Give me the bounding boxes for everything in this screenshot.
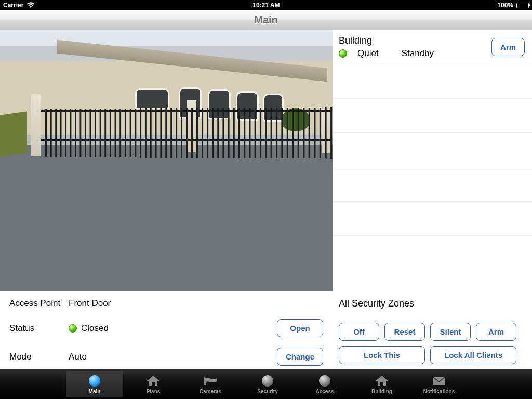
- zone-row-empty: [332, 133, 532, 167]
- wifi-icon: [26, 2, 35, 8]
- tab-bar: Main Plans Cameras Security Access Build…: [0, 369, 532, 399]
- status-label: Status: [9, 323, 65, 334]
- battery-icon: [516, 3, 529, 8]
- globe-icon: [87, 374, 102, 388]
- zone-mode: Standby: [402, 48, 434, 59]
- house-icon: [374, 374, 390, 388]
- tab-building[interactable]: Building: [353, 369, 410, 399]
- off-button[interactable]: Off: [339, 323, 379, 341]
- zone-row-empty: [332, 167, 532, 202]
- tab-security[interactable]: Security: [239, 369, 296, 399]
- tab-label: Main: [89, 389, 101, 394]
- zone-row-building[interactable]: Building Quiet Standby Arm: [332, 30, 532, 64]
- access-point-panel: Access Point Front Door Status Closed Op…: [9, 298, 323, 364]
- zone-status: Quiet: [357, 48, 379, 59]
- nav-title-bar: Main: [0, 10, 532, 30]
- tab-label: Notifications: [423, 389, 455, 394]
- all-zones-panel: All Security Zones Off Reset Silent Arm …: [339, 298, 523, 364]
- change-button[interactable]: Change: [277, 348, 323, 366]
- camera-feed[interactable]: [0, 30, 332, 291]
- zone-name: Building: [339, 35, 491, 46]
- battery-percent: 100%: [497, 2, 513, 9]
- tab-notifications[interactable]: Notifications: [410, 369, 468, 399]
- tab-label: Plans: [147, 389, 161, 394]
- status-dot-icon: [339, 49, 347, 58]
- dot-icon: [260, 374, 275, 388]
- zone-list: Building Quiet Standby Arm: [332, 30, 532, 291]
- open-button[interactable]: Open: [277, 319, 323, 337]
- tab-plans[interactable]: Plans: [125, 369, 182, 399]
- page-title: Main: [254, 14, 278, 26]
- zone-row-empty: [332, 236, 532, 270]
- mode-label: Mode: [9, 352, 65, 362]
- carrier-label: Carrier: [3, 2, 23, 9]
- all-zones-title: All Security Zones: [339, 298, 523, 309]
- lock-this-button[interactable]: Lock This: [339, 346, 425, 364]
- tab-label: Security: [257, 389, 277, 394]
- tab-main[interactable]: Main: [66, 371, 123, 397]
- zone-row-empty: [332, 99, 532, 133]
- zone-row-empty: [332, 64, 532, 99]
- tab-label: Cameras: [200, 389, 221, 394]
- tab-label: Building: [371, 389, 392, 394]
- tab-access[interactable]: Access: [296, 369, 353, 399]
- reset-button[interactable]: Reset: [384, 323, 425, 341]
- silent-button[interactable]: Silent: [430, 323, 471, 341]
- arm-button[interactable]: Arm: [491, 38, 525, 56]
- camera-icon: [203, 374, 218, 388]
- access-point-value: Front Door: [69, 298, 274, 309]
- house-icon: [145, 374, 161, 388]
- mode-value: Auto: [69, 352, 274, 362]
- dot-icon: [317, 374, 332, 388]
- tab-label: Access: [315, 389, 334, 394]
- status-value: Closed: [81, 323, 109, 334]
- mail-icon: [431, 374, 447, 388]
- status-dot-icon: [69, 324, 77, 332]
- zone-row-empty: [332, 202, 532, 236]
- arm-all-button[interactable]: Arm: [476, 323, 516, 341]
- clock: 10:21 AM: [252, 2, 280, 9]
- access-point-label: Access Point: [9, 298, 65, 309]
- camera-scene: [0, 30, 332, 291]
- ios-status-bar: Carrier 10:21 AM 100%: [0, 0, 532, 10]
- lock-all-clients-button[interactable]: Lock All Clients: [430, 346, 516, 364]
- tab-cameras[interactable]: Cameras: [182, 369, 239, 399]
